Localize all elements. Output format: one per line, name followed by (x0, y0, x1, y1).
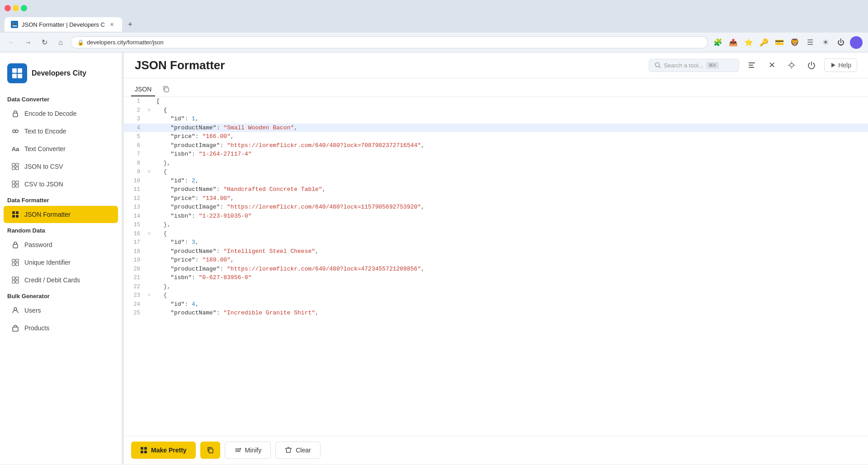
active-tab[interactable]: 💻 JSON Formatter | Developers C ✕ (5, 17, 122, 32)
tab-close-button[interactable]: ✕ (108, 21, 116, 28)
sidebar-item-json-formatter[interactable]: JSON Formatter (4, 206, 118, 223)
line-code: }, (153, 159, 868, 168)
svg-rect-11 (12, 181, 15, 184)
line-gutter: v (146, 106, 153, 115)
line-number: 15 (124, 220, 146, 229)
token-key: "productImage" (156, 266, 220, 272)
clear-icon (285, 447, 292, 454)
line-gutter (146, 300, 153, 309)
token-punct: , (195, 239, 199, 246)
sidebar-toggle-button[interactable]: ☰ (804, 36, 816, 49)
line-code: { (153, 106, 868, 115)
back-button[interactable]: ← (5, 36, 18, 49)
window-close-button[interactable] (5, 5, 11, 11)
home-button[interactable]: ⌂ (54, 36, 67, 49)
profile-button[interactable] (850, 36, 863, 49)
sidebar-item-label: Text Converter (24, 145, 66, 152)
password-icon (11, 240, 20, 249)
line-number: 12 (124, 194, 146, 203)
line-number: 20 (124, 265, 146, 274)
svg-rect-41 (165, 88, 169, 92)
token-punct: , (195, 115, 199, 122)
sidebar-item-credit-debit-cards[interactable]: Credit / Debit Cards (4, 271, 118, 289)
sidebar-item-text-to-encode[interactable]: Text to Encode (4, 123, 118, 140)
tab-json[interactable]: JSON (131, 83, 155, 96)
line-code: [ (153, 97, 868, 106)
copy-button[interactable] (200, 442, 220, 459)
new-tab-button[interactable]: + (124, 18, 137, 31)
sidebar-item-text-converter[interactable]: Aa Text Converter (4, 140, 118, 157)
copy-icon (207, 447, 214, 454)
sidebar-item-password[interactable]: Password (4, 236, 118, 253)
close-button[interactable]: ✕ (764, 58, 779, 72)
line-gutter (146, 97, 153, 106)
line-number: 17 (124, 238, 146, 247)
sidebar-item-unique-identifier[interactable]: Unique Identifier (4, 254, 118, 271)
token-punct: , (294, 124, 297, 131)
help-button[interactable]: Help (824, 58, 857, 72)
power-button[interactable] (804, 58, 819, 72)
line-number: 1 (124, 97, 146, 106)
window-minimize-button[interactable] (13, 5, 19, 11)
brave-button[interactable]: 🦁 (788, 36, 801, 49)
svg-rect-20 (12, 259, 15, 262)
address-bar[interactable]: 🔒 developers.city/formatter/json (71, 36, 708, 48)
table-row: 23v { (124, 291, 868, 300)
json-tab-bar: JSON (124, 78, 868, 97)
search-box[interactable]: Search a tool... ⌘K (649, 59, 739, 72)
minify-button[interactable]: Minify (225, 442, 271, 459)
sidebar-item-products[interactable]: Products (4, 319, 118, 337)
address-text: developers.city/formatter/json (87, 39, 164, 46)
sidebar-item-json-to-csv[interactable]: JSON to CSV (4, 158, 118, 175)
extensions-button[interactable]: 🧩 (712, 36, 724, 49)
line-gutter (146, 238, 153, 247)
browser-titlebar (0, 0, 868, 16)
toolbar-icon-button[interactable] (745, 58, 759, 72)
share-button[interactable]: 📤 (727, 36, 740, 49)
theme-button[interactable]: ☀ (819, 36, 832, 49)
line-gutter (146, 132, 153, 141)
forward-button[interactable]: → (22, 36, 34, 49)
power-button[interactable]: ⏻ (835, 36, 847, 49)
token-string: "Intelligent Steel Cheese" (223, 248, 315, 255)
window-maximize-button[interactable] (21, 5, 27, 11)
token-number: 2 (192, 177, 195, 184)
svg-rect-25 (16, 277, 19, 280)
table-row: 5 "price": "166.00", (124, 132, 868, 141)
theme-toggle-button[interactable] (784, 58, 799, 72)
token-punct: : (184, 239, 192, 246)
token-key: "price" (156, 195, 195, 202)
line-code: }, (153, 220, 868, 229)
svg-rect-43 (144, 447, 147, 450)
svg-rect-46 (209, 449, 213, 453)
bookmark-button[interactable]: ⭐ (742, 36, 755, 49)
line-code: "isbn": "1-223-91035-0" (153, 212, 868, 221)
sidebar-item-encode-to-decode[interactable]: Encode to Decode (4, 105, 118, 122)
line-number: 14 (124, 212, 146, 221)
svg-rect-19 (13, 244, 18, 248)
line-code: "id": 3, (153, 238, 868, 247)
tab-favicon: 💻 (11, 21, 18, 28)
make-pretty-button[interactable]: Make Pretty (131, 442, 196, 459)
password-manager-button[interactable]: 🔑 (758, 36, 770, 49)
token-punct: , (421, 204, 425, 210)
clear-button[interactable]: Clear (275, 442, 320, 459)
token-punct: { (156, 292, 167, 299)
refresh-button[interactable]: ↻ (38, 36, 51, 49)
line-number: 13 (124, 203, 146, 212)
wallet-button[interactable]: 💳 (773, 36, 786, 49)
line-gutter (146, 273, 153, 282)
sidebar-item-users[interactable]: Users (4, 302, 118, 319)
tab-title: JSON Formatter | Developers C (22, 21, 105, 28)
text-converter-icon: Aa (11, 144, 20, 153)
lock-icon (11, 109, 20, 118)
code-editor[interactable]: 1[2v {3 "id": 1,4 "productName": "Small … (124, 97, 868, 436)
copy-tab-button[interactable] (160, 84, 171, 96)
svg-rect-18 (16, 215, 19, 218)
table-row: 21 "isbn": "0-627-83956-8" (124, 273, 868, 282)
token-punct: : (195, 133, 203, 140)
search-icon (655, 62, 661, 68)
header-right: Search a tool... ⌘K ✕ Help (649, 58, 857, 72)
sidebar-item-csv-to-json[interactable]: CSV to JSON (4, 176, 118, 193)
cards-icon (11, 276, 20, 285)
